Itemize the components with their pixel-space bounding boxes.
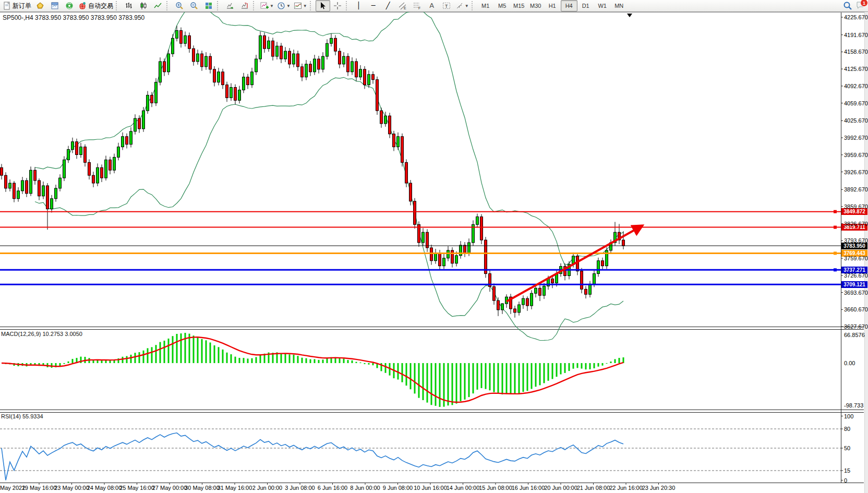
time-axis-label: 2 Jun 00:00 xyxy=(252,485,283,491)
chart-title: SP500-,H4 3783.950 3783.950 3783.950 378… xyxy=(3,14,144,21)
window-icon xyxy=(51,2,59,10)
text-label-button[interactable]: T xyxy=(439,0,454,11)
equidistant-channel-button[interactable]: E xyxy=(395,0,410,11)
time-axis-label: 6 Jun 16:00 xyxy=(318,485,348,491)
time-axis-label: 25 May 16:00 xyxy=(119,485,154,491)
zoom-in-button[interactable] xyxy=(172,0,187,11)
price-axis-tick: 3859.670 xyxy=(844,203,868,210)
vertical-line-button[interactable]: │ xyxy=(352,0,366,11)
price-axis-tick: 4092.670 xyxy=(844,83,868,89)
price-axis-tick: 3826.670 xyxy=(844,221,868,227)
line-chart-button[interactable] xyxy=(151,0,165,11)
toolbar-separator xyxy=(116,1,120,10)
rsi-axis-tick: 50 xyxy=(844,445,850,451)
svg-text:E: E xyxy=(404,6,406,10)
svg-text:F: F xyxy=(418,6,420,10)
chart-canvas[interactable] xyxy=(0,12,868,493)
horizontal-line-icon: ─ xyxy=(371,2,376,10)
new-order-button[interactable]: 新订单 xyxy=(1,0,33,11)
periods-button[interactable]: ▼ xyxy=(275,0,292,11)
horizontal-line-button[interactable]: ─ xyxy=(366,0,381,11)
auto-trading-button[interactable]: 自动交易 xyxy=(77,0,115,11)
dropdown-arrow-icon: ▼ xyxy=(465,4,469,8)
timeframe-button-w1[interactable]: W1 xyxy=(594,0,611,11)
signals-button[interactable] xyxy=(62,0,77,11)
timeframe-button-h1[interactable]: H1 xyxy=(544,0,561,11)
price-axis-tick: 3759.670 xyxy=(844,255,868,261)
macd-indicator-label: MACD(12,26,9) 10.2753 3.0050 xyxy=(1,331,82,337)
trendline-button[interactable]: ╱ xyxy=(381,0,395,11)
cursor-arrow-icon xyxy=(319,2,327,10)
price-axis-tick: 3726.670 xyxy=(844,272,868,279)
timeframe-button-m1[interactable]: M1 xyxy=(477,0,494,11)
timeframe-button-mn[interactable]: MN xyxy=(611,0,628,11)
new-order-label: 新订单 xyxy=(13,2,31,10)
svg-text:T: T xyxy=(445,4,448,9)
timeframe-button-m15[interactable]: M15 xyxy=(511,0,527,11)
hline-handle[interactable] xyxy=(834,251,837,255)
time-axis-label: 20 Jun 00:00 xyxy=(544,485,577,491)
notification-badge: 1 xyxy=(860,0,868,7)
time-axis-label: 8 Jun 00:00 xyxy=(350,485,380,491)
chart-window[interactable]: SP500-,H4 3783.950 3783.950 3783.950 378… xyxy=(0,12,868,493)
profiles-button[interactable] xyxy=(47,0,62,11)
chart-shift-marker-icon[interactable] xyxy=(627,14,632,17)
time-axis-label: 10 Jun 16:00 xyxy=(414,485,447,491)
toolbar-separator xyxy=(253,1,258,10)
template-icon xyxy=(294,2,302,10)
price-axis-tick: 4225.670 xyxy=(844,14,868,20)
arrows-button[interactable]: ▼ xyxy=(454,0,471,11)
price-axis-tick: 4158.670 xyxy=(844,49,868,55)
price-axis-tick: 3660.670 xyxy=(844,306,868,312)
candles-layer[interactable] xyxy=(1,26,625,318)
price-axis-tick: 4025.670 xyxy=(844,117,868,124)
price-axis-tick: 3693.670 xyxy=(844,290,868,296)
indicators-plus-icon xyxy=(260,2,269,10)
time-axis-label: 27 May 00:00 xyxy=(152,485,187,491)
text-button[interactable]: A xyxy=(425,0,439,11)
timeframe-button-m5[interactable]: M5 xyxy=(494,0,511,11)
cursor-button[interactable] xyxy=(316,0,330,11)
time-axis-label: 31 May 16:00 xyxy=(218,485,252,491)
notifications-button[interactable]: 1 xyxy=(855,1,865,11)
candlestick-chart-button[interactable] xyxy=(136,0,151,11)
tick-chart-button[interactable] xyxy=(33,0,47,11)
candlestick-icon xyxy=(139,2,148,10)
timeframe-group: M1M5M15M30H1H4D1W1MN xyxy=(477,0,628,11)
bollinger-lower-band[interactable] xyxy=(35,77,623,340)
hline-handle[interactable] xyxy=(834,226,837,229)
bar-chart-button[interactable] xyxy=(122,0,136,11)
tile-windows-icon xyxy=(204,2,213,10)
trend-arrow-line[interactable] xyxy=(507,225,643,302)
fibonacci-button[interactable]: F xyxy=(410,0,425,11)
price-axis-tick: 4059.670 xyxy=(844,100,868,106)
macd-axis-min: -98.733 xyxy=(844,402,863,408)
timeframe-button-m30[interactable]: M30 xyxy=(527,0,544,11)
vertical-line-icon: │ xyxy=(357,2,361,10)
channel-icon: E xyxy=(399,2,407,10)
time-axis-label: 22 Jun 16:00 xyxy=(609,485,643,491)
rsi-axis-tick: 100 xyxy=(844,413,853,419)
search-icon[interactable] xyxy=(843,1,852,10)
mt4-terminal: 新订单 自动交易 xyxy=(0,0,868,493)
zoom-out-button[interactable] xyxy=(187,0,201,11)
crosshair-button[interactable] xyxy=(330,0,345,11)
hline-handle[interactable] xyxy=(834,268,837,271)
timeframe-button-d1[interactable]: D1 xyxy=(577,0,594,11)
gold-nugget-icon xyxy=(36,2,44,10)
time-axis-label: 24 May 08:00 xyxy=(87,485,122,491)
indicators-button[interactable]: ▼ xyxy=(259,0,275,11)
hline-handle[interactable] xyxy=(834,210,837,213)
timeframe-button-h4[interactable]: H4 xyxy=(561,0,577,11)
chart-shift-button[interactable] xyxy=(237,0,252,11)
time-axis-label: 3 Jun 08:00 xyxy=(285,485,315,491)
document-icon xyxy=(3,2,11,10)
macd-axis-max: 66.8576 xyxy=(844,332,865,338)
tile-windows-button[interactable] xyxy=(201,0,216,11)
zoom-in-icon xyxy=(175,2,184,10)
auto-scroll-button[interactable] xyxy=(223,0,237,11)
signal-icon xyxy=(65,2,74,10)
templates-button[interactable]: ▼ xyxy=(292,0,309,11)
price-axis-tick: 3793.670 xyxy=(844,237,868,244)
ohlc-bars-icon xyxy=(125,2,133,10)
